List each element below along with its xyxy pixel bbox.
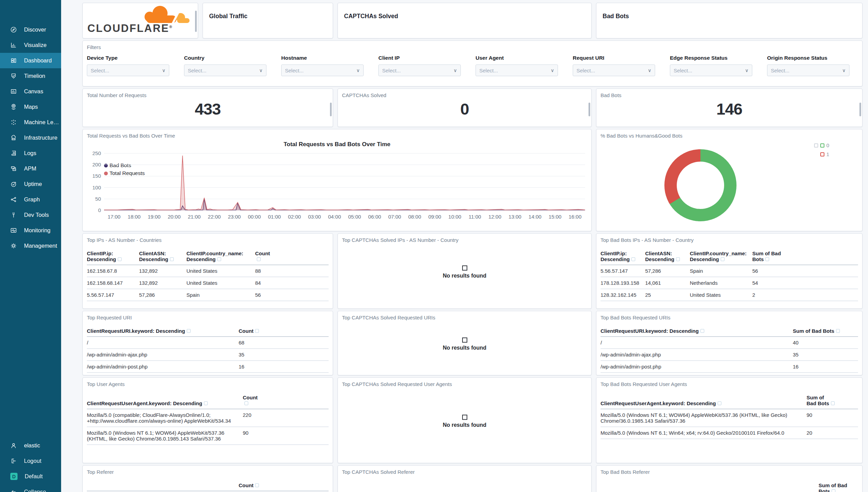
table-cell[interactable]: Netherlands bbox=[690, 280, 749, 286]
table-cell[interactable]: 132,892 bbox=[139, 280, 183, 286]
column-header[interactable]: ClientRequestUserAgent.keyword: Descendi… bbox=[601, 400, 803, 406]
header-filter-icon[interactable] bbox=[255, 483, 259, 487]
column-header[interactable]: Sum of Bad Bots bbox=[807, 395, 858, 406]
sidebar-item-canvas[interactable]: Canvas bbox=[0, 84, 61, 99]
donut-chart[interactable] bbox=[664, 149, 736, 221]
filter-device-type-select[interactable]: Select... ∨ bbox=[87, 65, 169, 76]
column-header[interactable]: Count bbox=[239, 328, 329, 334]
table-cell[interactable]: / bbox=[87, 340, 235, 345]
table-cell[interactable]: 162.158.67.8 bbox=[87, 268, 136, 274]
column-header[interactable]: Sum of Bad Bots bbox=[752, 250, 858, 262]
line-chart-plot[interactable]: 05010015020025017:0018:0019:0020:0021:00… bbox=[88, 151, 587, 223]
table-cell[interactable]: 162.158.68.147 bbox=[87, 280, 136, 286]
table-cell[interactable]: 57,286 bbox=[139, 292, 183, 298]
sidebar-item-dev-tools[interactable]: Dev Tools bbox=[0, 207, 61, 223]
header-filter-icon[interactable] bbox=[217, 257, 221, 261]
filter-hostname-select[interactable]: Select... ∨ bbox=[281, 65, 364, 76]
column-header[interactable] bbox=[87, 482, 235, 488]
sidebar-item-timelion[interactable]: Timelion bbox=[0, 68, 61, 84]
header-filter-icon[interactable] bbox=[836, 329, 840, 333]
sidebar-item-visualize[interactable]: Visualize bbox=[0, 37, 61, 53]
table-cell[interactable]: 220 bbox=[243, 412, 329, 418]
table-cell[interactable]: /wp-admin/admin-post.php bbox=[87, 364, 235, 370]
header-filter-icon[interactable] bbox=[255, 329, 259, 333]
table-cell[interactable]: /wp-admin/admin-ajax.php bbox=[87, 352, 235, 358]
filter-origin-response-status-select[interactable]: Select... ∨ bbox=[767, 65, 849, 76]
table-cell[interactable]: 90 bbox=[807, 412, 858, 418]
table-cell[interactable]: 5.56.57.147 bbox=[87, 292, 136, 298]
filter-request-uri-select[interactable]: Select... ∨ bbox=[573, 65, 655, 76]
table-cell[interactable]: Mozilla/5.0 (Windows NT 6.1; WOW64) Appl… bbox=[601, 412, 803, 424]
header-filter-icon[interactable] bbox=[118, 257, 122, 261]
column-header[interactable]: ClientRequestUserAgent.keyword: Descendi… bbox=[87, 400, 239, 406]
scrollbar[interactable] bbox=[330, 103, 332, 116]
table-cell[interactable]: 16 bbox=[239, 364, 329, 370]
table-cell[interactable]: 14,061 bbox=[645, 280, 686, 286]
table-cell[interactable]: 84 bbox=[255, 280, 329, 286]
column-header[interactable]: ClientIP.country_name: Descending bbox=[186, 250, 252, 262]
table-cell[interactable]: 128.32.162.145 bbox=[601, 292, 642, 298]
table-cell[interactable]: Spain bbox=[186, 292, 252, 298]
header-filter-icon[interactable] bbox=[631, 257, 635, 261]
table-cell[interactable]: 178.128.193.158 bbox=[601, 280, 642, 286]
header-filter-icon[interactable] bbox=[257, 257, 261, 261]
header-filter-icon[interactable] bbox=[204, 401, 208, 405]
filter-country-select[interactable]: Select... ∨ bbox=[184, 65, 266, 76]
column-header[interactable] bbox=[601, 488, 815, 492]
sidebar-item-maps[interactable]: Maps bbox=[0, 99, 61, 115]
table-cell[interactable]: 54 bbox=[752, 280, 858, 286]
donut-legend-item-0[interactable]: 0 bbox=[814, 142, 829, 148]
table-cell[interactable]: Mozilla/5.0 (Windows NT 6.1; WOW64) Appl… bbox=[87, 430, 239, 442]
header-filter-icon[interactable] bbox=[721, 257, 724, 261]
header-filter-icon[interactable] bbox=[170, 257, 174, 261]
header-filter-icon[interactable] bbox=[187, 329, 191, 333]
column-header[interactable]: ClientRequestURI.keyword: Descending bbox=[601, 328, 789, 334]
sidebar-item-monitoring[interactable]: Monitoring bbox=[0, 223, 61, 238]
sidebar-item-apm[interactable]: APM bbox=[0, 161, 61, 176]
table-cell[interactable]: 2 bbox=[752, 292, 858, 298]
scrollbar[interactable] bbox=[859, 103, 861, 116]
table-cell[interactable]: 56 bbox=[752, 268, 858, 274]
sidebar-item-management[interactable]: Management bbox=[0, 238, 61, 254]
column-header[interactable]: ClientASN: Descending bbox=[645, 250, 686, 262]
table-cell[interactable]: United States bbox=[186, 268, 252, 274]
table-cell[interactable]: Spain bbox=[690, 268, 749, 274]
header-filter-icon[interactable] bbox=[832, 489, 835, 492]
header-filter-icon[interactable] bbox=[831, 401, 835, 405]
table-cell[interactable]: 68 bbox=[239, 340, 329, 345]
filter-edge-response-status-select[interactable]: Select... ∨ bbox=[670, 65, 752, 76]
table-cell[interactable]: 40 bbox=[793, 340, 858, 345]
table-cell[interactable]: 90 bbox=[243, 430, 329, 436]
table-cell[interactable]: Mozilla/5.0 (compatible; CloudFlare-Alwa… bbox=[87, 412, 239, 424]
header-filter-icon[interactable] bbox=[244, 401, 248, 405]
header-filter-icon[interactable] bbox=[765, 257, 769, 261]
sidebar-item-elastic[interactable]: elastic bbox=[0, 438, 61, 453]
column-header[interactable]: Sum of Bad Bots bbox=[819, 482, 858, 492]
header-filter-icon[interactable] bbox=[718, 401, 721, 405]
scrollbar[interactable] bbox=[589, 103, 590, 116]
table-cell[interactable]: 56 bbox=[255, 292, 329, 298]
sidebar-item-machine-le[interactable]: Machine Le… bbox=[0, 115, 61, 130]
sidebar-item-dashboard[interactable]: Dashboard bbox=[0, 53, 61, 68]
column-header[interactable]: Sum of Bad Bots bbox=[793, 328, 858, 334]
scrollbar[interactable] bbox=[195, 11, 197, 32]
table-cell[interactable]: United States bbox=[186, 280, 252, 286]
column-header[interactable]: ClientIP.ip: Descending bbox=[601, 250, 642, 262]
sidebar-item-default[interactable]: DDefault bbox=[0, 469, 61, 484]
table-cell[interactable]: 132,892 bbox=[139, 268, 183, 274]
table-cell[interactable]: 16 bbox=[793, 364, 858, 370]
sidebar-item-logs[interactable]: Logs bbox=[0, 145, 61, 161]
donut-legend-item-1[interactable]: 1 bbox=[820, 151, 829, 157]
table-cell[interactable]: 35 bbox=[239, 352, 329, 358]
table-cell[interactable]: 5.56.57.147 bbox=[601, 268, 642, 274]
sidebar-item-uptime[interactable]: Uptime bbox=[0, 176, 61, 192]
table-cell[interactable]: 88 bbox=[255, 268, 329, 274]
table-cell[interactable]: /wp-admin/admin-post.php bbox=[601, 364, 789, 370]
table-cell[interactable]: 20 bbox=[807, 430, 858, 436]
table-cell[interactable]: / bbox=[601, 340, 789, 345]
column-header[interactable]: Count bbox=[239, 482, 329, 488]
table-cell[interactable]: Mozilla/5.0 (Windows NT 6.1; Win64; x64;… bbox=[601, 430, 803, 436]
column-header[interactable]: ClientIP.ip: Descending bbox=[87, 250, 136, 262]
table-cell[interactable]: 57,286 bbox=[645, 268, 686, 274]
sidebar-item-graph[interactable]: Graph bbox=[0, 192, 61, 207]
